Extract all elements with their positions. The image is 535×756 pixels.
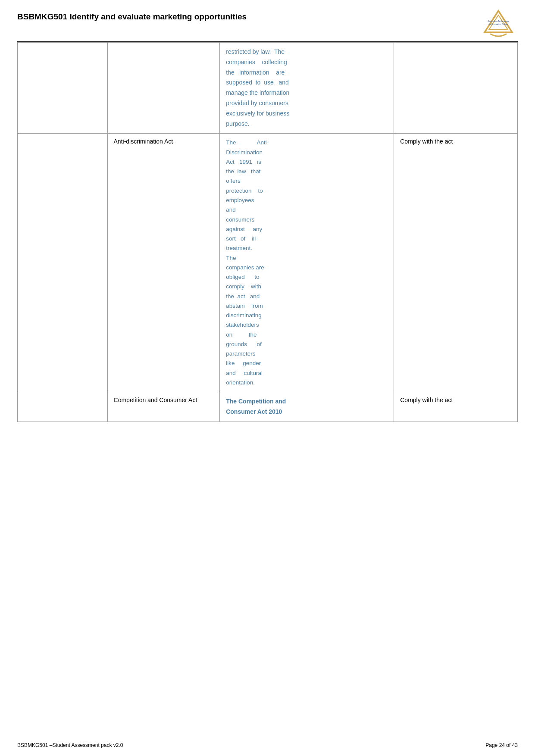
empty-col-2 (18, 134, 108, 392)
empty-col-1 (18, 43, 108, 134)
competition-action: Comply with the act (394, 392, 518, 422)
page-title: BSBMKG501 Identify and evaluate marketin… (17, 8, 247, 22)
privacy-line-5: manage the information (226, 89, 289, 96)
privacy-line-8: purpose. (226, 120, 249, 127)
anti-discrimination-law-name: Anti-discrimination Act (107, 134, 220, 392)
main-content: restricted by law. The companies collect… (0, 42, 535, 439)
anti-disc-label: Anti-discrimination Act (114, 138, 173, 145)
anti-disc-action: Comply with the act (394, 134, 518, 392)
page-footer: BSBMKG501 –Student Assessment pack v2.0 … (17, 742, 518, 748)
table-row: Competition and Consumer Act The Competi… (18, 392, 518, 422)
page-header: BSBMKG501 Identify and evaluate marketin… (0, 0, 535, 41)
anti-disc-heading: The Anti- Discrimination Act 1991 is the… (226, 139, 269, 386)
privacy-line-3: the information are (226, 69, 285, 76)
law-name-empty (107, 43, 220, 134)
competition-comply-label: Comply with the act (400, 397, 453, 403)
anti-discrimination-description: The Anti- Discrimination Act 1991 is the… (220, 134, 394, 392)
action-empty (394, 43, 518, 134)
footer-right: Page 24 of 43 (485, 742, 518, 748)
empty-col-3 (18, 392, 108, 422)
privacy-line-4: supposed to use and (226, 79, 289, 86)
privacy-line-2: companies collecting (226, 59, 287, 66)
svg-text:and Innovation College: and Innovation College (488, 23, 509, 25)
footer-left: BSBMKG501 –Student Assessment pack v2.0 (17, 742, 123, 748)
anti-disc-comply-label: Comply with the act (400, 138, 453, 145)
table-row: restricted by law. The companies collect… (18, 43, 518, 134)
competition-label: Competition and Consumer Act (114, 397, 197, 403)
table-row: Anti-discrimination Act The Anti- Discri… (18, 134, 518, 392)
privacy-description: restricted by law. The companies collect… (220, 43, 394, 134)
competition-description: The Competition andConsumer Act 2010 (220, 392, 394, 422)
competition-text-span: The Competition andConsumer Act 2010 (226, 398, 286, 415)
competition-law-name: Competition and Consumer Act (107, 392, 220, 422)
content-table: restricted by law. The companies collect… (17, 42, 518, 422)
anti-disc-text: The Anti- Discrimination Act 1991 is the… (226, 138, 388, 387)
privacy-line-1: restricted by law. The (226, 48, 285, 55)
privacy-line-6: provided by consumers (226, 100, 288, 106)
competition-text: The Competition andConsumer Act 2010 (226, 397, 388, 417)
logo-area: Australian Technology and Innovation Col… (479, 8, 518, 38)
privacy-line-7: exclusively for business (226, 110, 289, 117)
college-logo: Australian Technology and Innovation Col… (481, 9, 516, 37)
privacy-text-block: restricted by law. The companies collect… (226, 47, 388, 129)
svg-text:Australian Technology: Australian Technology (488, 20, 509, 22)
